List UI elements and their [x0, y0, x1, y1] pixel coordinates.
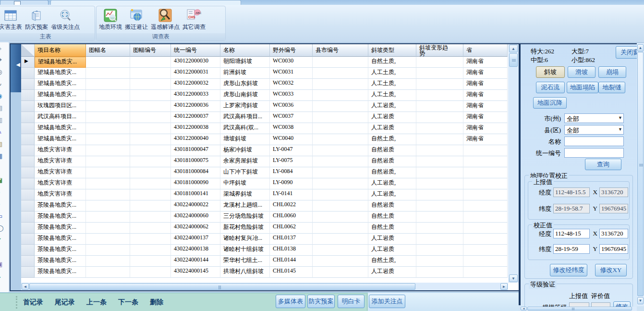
cell[interactable] — [463, 256, 508, 267]
frame-icon[interactable]: ▭ — [0, 212, 6, 220]
cell[interactable] — [86, 178, 130, 189]
cell[interactable]: LY-0047 — [270, 145, 313, 156]
scroll-right-icon[interactable]: ► — [500, 283, 508, 290]
column-header-4[interactable]: 统一编号 — [171, 44, 220, 57]
cell[interactable]: WC0036 — [270, 101, 313, 112]
nav-link-删除[interactable]: 删除 — [150, 298, 163, 307]
cell[interactable]: 渠城界斜坡 — [220, 189, 270, 200]
ring-icon[interactable]: ◯ — [0, 224, 6, 232]
cell[interactable]: WC0031 — [270, 68, 313, 79]
column-header-6[interactable]: 野外编号 — [270, 44, 313, 57]
cell[interactable]: 湖南省 — [463, 134, 508, 145]
panel-horizontal-scrollbar[interactable]: ◄ — [521, 307, 637, 311]
scroll-down-icon[interactable]: ▼ — [637, 297, 644, 304]
cell[interactable]: 430122000032 — [171, 79, 220, 90]
row-selector[interactable] — [21, 245, 35, 256]
cell[interactable]: 三分场危险斜坡 — [220, 211, 270, 223]
table-hscroll-thumb[interactable] — [29, 283, 415, 290]
cell[interactable]: 茶陵县地质灾... — [35, 256, 86, 267]
cell[interactable]: 湖南省 — [463, 57, 508, 68]
cell[interactable]: 地质灾害详查 — [35, 145, 86, 156]
cell[interactable] — [416, 200, 463, 211]
cell[interactable]: LY-0141 — [270, 189, 313, 200]
table-row[interactable]: 望城县地质灾...430122000033虎形山南斜坡WC0033人工土质,湖南… — [21, 90, 508, 101]
cell[interactable]: 湖南省 — [463, 123, 508, 134]
cell[interactable] — [86, 57, 130, 68]
row-selector[interactable] — [21, 79, 35, 90]
scroll-left-icon[interactable]: ◄ — [521, 307, 527, 311]
row-selector[interactable] — [21, 178, 35, 189]
cell[interactable] — [130, 134, 171, 145]
row-selector[interactable] — [21, 167, 35, 178]
table-row[interactable]: 地质灾害详查430181000047杨家冲斜坡LY-0047自然岩质 — [21, 145, 508, 156]
cell[interactable]: 望城县地质灾... — [35, 68, 86, 79]
cell[interactable]: 430122000037 — [171, 112, 220, 123]
type-button-地裂缝[interactable]: 地裂缝 — [598, 82, 625, 93]
cell[interactable] — [416, 211, 463, 223]
cell[interactable]: 人工岩质 — [368, 267, 416, 278]
table-row[interactable]: 望城县地质灾...430122000032虎形山东斜坡WC0032人工土质,湖南… — [21, 79, 508, 90]
table-row[interactable]: 地质灾害详查430181000090中坪斜坡LY-0090人工岩质, — [21, 178, 508, 189]
scroll-up-icon[interactable]: ▲ — [509, 45, 518, 52]
cell[interactable]: 地质灾害详查 — [35, 178, 86, 189]
cell[interactable] — [313, 234, 368, 245]
cell[interactable] — [130, 167, 171, 178]
bottom-button-多媒体表[interactable]: 多媒体表 — [276, 295, 305, 308]
nav-link-首记录[interactable]: 首记录 — [23, 298, 43, 307]
cell[interactable] — [86, 200, 130, 211]
cell[interactable] — [416, 123, 463, 134]
cell[interactable]: 地质灾害详查 — [35, 167, 86, 178]
cell[interactable] — [86, 211, 130, 223]
cell[interactable] — [313, 68, 368, 79]
cell[interactable]: 茶陵县地质灾... — [35, 245, 86, 256]
cell[interactable]: CHL0060 — [270, 211, 313, 223]
cell[interactable]: 拱塘村八组斜坡 — [220, 267, 270, 278]
cell[interactable]: 望城县地质灾... — [35, 57, 86, 68]
cell[interactable] — [130, 79, 171, 90]
table-row[interactable]: 茶陵县地质灾...430224000022龙溪村上趟组...CHL0022自然岩… — [21, 200, 508, 211]
cell[interactable] — [416, 90, 463, 101]
cell[interactable]: 湖南省 — [463, 90, 508, 101]
bar-icon[interactable]: ▮ — [0, 249, 6, 256]
cell[interactable] — [463, 267, 508, 278]
column-header-7[interactable]: 县市编号 — [313, 44, 368, 57]
table-row[interactable]: 茶陵县地质灾...430224000145拱塘村八组斜坡CHL0145人工岩质 — [21, 267, 508, 278]
county-select[interactable]: 全部 ▼ — [564, 125, 624, 135]
column-header-3[interactable]: 图幅编号 — [130, 44, 171, 57]
cell[interactable]: 望城县地质灾... — [35, 79, 86, 90]
cell[interactable] — [86, 256, 130, 267]
type-button-滑坡[interactable]: 滑坡 — [568, 66, 595, 78]
cell[interactable]: 荣华村七组土... — [220, 256, 270, 267]
select-tool-icon[interactable]: ⇖ — [0, 44, 6, 52]
cell[interactable]: 430224000022 — [171, 200, 220, 211]
cell[interactable]: 山下冲下斜坡 — [220, 167, 270, 178]
cell[interactable] — [416, 68, 463, 79]
cell[interactable]: 塘坡斜坡 — [220, 134, 270, 145]
corrected-x-input[interactable] — [599, 229, 628, 238]
cell[interactable] — [313, 112, 368, 123]
column-header-10[interactable]: 省 — [463, 44, 508, 57]
cell[interactable]: 430122000036 — [171, 101, 220, 112]
cell[interactable] — [86, 267, 130, 278]
copy-document-icon[interactable]: ▥ — [0, 116, 6, 124]
cell[interactable] — [416, 156, 463, 167]
cell[interactable] — [130, 57, 171, 68]
edit-pen-icon[interactable]: ✎ — [0, 128, 6, 136]
table-row[interactable]: 望城县地质灾...430122000040塘坡斜坡WC0040自然土质,湖南省 — [21, 134, 508, 145]
ribbon-button-搬迁避让[interactable]: 搬迁避让 — [123, 7, 149, 31]
cell[interactable]: 人工岩质 — [368, 112, 416, 123]
ribbon-button-其它调查[interactable]: ABCCHS其它调查 — [181, 7, 207, 31]
cell[interactable]: 龙溪村上趟组... — [220, 200, 270, 211]
modify-lonlat-button[interactable]: 修改经纬度 — [550, 264, 587, 276]
cell[interactable]: 武汉高科项目... — [35, 112, 86, 123]
cell[interactable]: 430181000090 — [171, 178, 220, 189]
blue-circle-icon[interactable]: ● — [0, 200, 6, 208]
cell[interactable]: 430224000144 — [171, 256, 220, 267]
cell[interactable]: 中坪斜坡 — [220, 178, 270, 189]
cell[interactable] — [416, 178, 463, 189]
cell[interactable]: 茶陵县地质灾... — [35, 211, 86, 223]
corrected-lat-input[interactable] — [553, 244, 590, 254]
zoom-tool-icon[interactable]: ◎ — [0, 68, 6, 76]
cell[interactable]: WC0032 — [270, 79, 313, 90]
table-row[interactable]: ▶望城县地质灾...430122000030朝阳塘斜坡WC0030自然土质,湖南… — [21, 57, 508, 68]
